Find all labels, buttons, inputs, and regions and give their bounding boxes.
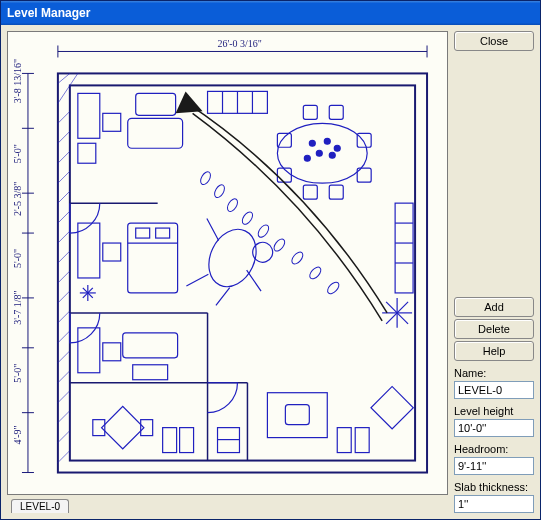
svg-point-104: [256, 223, 271, 239]
tab-bar: LEVEL-0: [7, 495, 448, 513]
svg-rect-72: [136, 228, 150, 238]
svg-point-52: [316, 150, 322, 156]
svg-rect-77: [103, 343, 121, 361]
svg-line-28: [58, 351, 70, 363]
svg-line-23: [58, 251, 70, 263]
svg-point-53: [329, 152, 335, 158]
svg-point-102: [225, 197, 239, 213]
dim-left-5: 5'-0": [12, 364, 23, 383]
svg-line-19: [58, 171, 70, 183]
svg-rect-80: [102, 406, 144, 448]
svg-rect-62: [277, 168, 291, 182]
svg-rect-43: [128, 118, 183, 148]
svg-rect-65: [103, 243, 121, 261]
svg-rect-57: [357, 133, 371, 147]
svg-line-32: [58, 431, 70, 443]
tab-level-0[interactable]: LEVEL-0: [11, 499, 69, 513]
add-button[interactable]: Add: [454, 297, 534, 317]
dim-top: 26'-0 3/16": [218, 38, 262, 49]
svg-line-22: [58, 231, 70, 243]
svg-line-15: [58, 73, 78, 103]
svg-line-27: [58, 331, 70, 343]
svg-rect-89: [337, 428, 351, 453]
svg-point-50: [309, 140, 315, 146]
svg-line-21: [58, 211, 70, 223]
svg-line-18: [58, 151, 70, 163]
help-button[interactable]: Help: [454, 341, 534, 361]
dim-left-4: 3'-7 1/8": [12, 290, 23, 324]
svg-rect-88: [285, 405, 309, 425]
svg-line-14: [58, 73, 70, 83]
svg-line-29: [58, 371, 70, 383]
svg-rect-73: [156, 228, 170, 238]
right-panel: Close Add Delete Help Name: Level height…: [454, 31, 534, 513]
svg-point-54: [304, 155, 310, 161]
close-button[interactable]: Close: [454, 31, 534, 51]
svg-point-101: [213, 183, 227, 199]
svg-rect-92: [395, 203, 413, 293]
dim-left-0: 3'-8 13/16": [12, 59, 23, 103]
slab-field[interactable]: [454, 495, 534, 513]
dim-left-2: 2'-5 3/8": [12, 182, 23, 216]
svg-line-16: [58, 111, 70, 123]
headroom-field[interactable]: [454, 457, 534, 475]
svg-rect-59: [329, 105, 343, 119]
svg-rect-12: [58, 73, 427, 472]
svg-rect-41: [78, 143, 96, 163]
svg-point-55: [334, 145, 340, 151]
svg-rect-82: [141, 420, 153, 436]
label-slab: Slab thickness:: [454, 481, 534, 493]
svg-line-17: [58, 131, 70, 143]
floorplan-canvas[interactable]: 26'-0 3/16" 3'-8 13/16" 5'-0" 2'-5 3/8" …: [7, 31, 448, 495]
svg-rect-90: [355, 428, 369, 453]
dim-left-6: 4'-9": [12, 425, 23, 444]
dim-left-3: 5'-0": [12, 249, 23, 268]
svg-point-51: [324, 138, 330, 144]
svg-line-26: [58, 311, 70, 323]
svg-point-106: [290, 250, 305, 266]
name-field[interactable]: [454, 381, 534, 399]
svg-rect-76: [78, 328, 100, 373]
svg-rect-42: [103, 113, 121, 131]
titlebar[interactable]: Level Manager: [1, 1, 540, 25]
label-headroom: Headroom:: [454, 443, 534, 455]
svg-rect-84: [180, 428, 194, 453]
svg-rect-60: [303, 185, 317, 199]
label-name: Name:: [454, 367, 534, 379]
svg-rect-58: [303, 105, 317, 119]
level-height-field[interactable]: [454, 419, 534, 437]
dim-left-1: 5'-0": [12, 144, 23, 163]
svg-line-31: [58, 411, 70, 423]
svg-rect-44: [136, 93, 176, 115]
svg-point-100: [199, 170, 213, 186]
svg-line-33: [58, 451, 70, 463]
svg-line-25: [58, 291, 70, 303]
title-text: Level Manager: [7, 6, 90, 20]
svg-marker-109: [176, 91, 203, 113]
delete-button[interactable]: Delete: [454, 319, 534, 339]
svg-rect-78: [123, 333, 178, 358]
svg-line-24: [58, 271, 70, 283]
label-level-height: Level height: [454, 405, 534, 417]
left-pane: 26'-0 3/16" 3'-8 13/16" 5'-0" 2'-5 3/8" …: [7, 31, 448, 513]
svg-rect-91: [371, 387, 413, 429]
floorplan-svg: 26'-0 3/16" 3'-8 13/16" 5'-0" 2'-5 3/8" …: [8, 32, 447, 494]
svg-rect-83: [163, 428, 177, 453]
svg-point-75: [249, 239, 276, 266]
svg-point-107: [308, 265, 323, 281]
svg-line-20: [58, 191, 70, 203]
svg-rect-40: [78, 93, 100, 138]
svg-point-108: [326, 280, 341, 296]
level-manager-window: Level Manager 26'-0 3/16": [0, 0, 541, 520]
client-area: 26'-0 3/16" 3'-8 13/16" 5'-0" 2'-5 3/8" …: [1, 25, 540, 519]
svg-rect-87: [267, 393, 327, 438]
svg-line-30: [58, 391, 70, 403]
svg-point-105: [272, 237, 287, 253]
svg-rect-61: [329, 185, 343, 199]
svg-point-103: [240, 210, 254, 226]
svg-rect-81: [93, 420, 105, 436]
svg-rect-79: [133, 365, 168, 380]
